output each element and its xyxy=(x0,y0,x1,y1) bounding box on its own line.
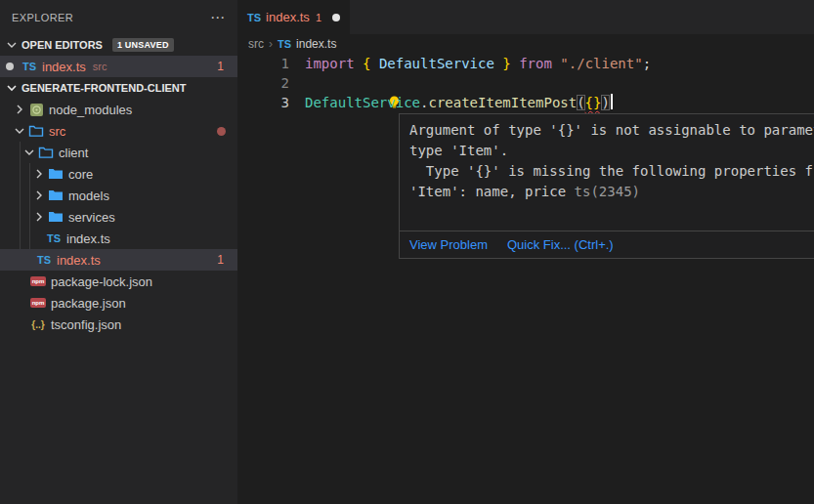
open-folder-icon xyxy=(27,123,45,139)
open-editors-section-header[interactable]: OPEN EDITORS 1 UNSAVED xyxy=(0,34,237,56)
tab-index-ts[interactable]: TS index.ts 1 xyxy=(237,0,350,34)
tree-item-label: tsconfig.json xyxy=(51,317,121,332)
code-line-3[interactable]: 3 DefaultService.createItemItemPost({}) xyxy=(237,93,814,112)
tree-item-label: index.ts xyxy=(66,231,110,246)
tree-item-services[interactable]: services xyxy=(0,206,237,228)
tree-item-label: client xyxy=(59,146,88,160)
error-message: Argument of type '{}' is not assignable … xyxy=(400,114,814,231)
tree-item-package-lock-json[interactable]: npm package-lock.json xyxy=(0,271,237,292)
quick-fix-link[interactable]: Quick Fix... (Ctrl+.) xyxy=(507,237,614,252)
tree-item-label: package.json xyxy=(51,296,126,311)
json-file-icon: {..} xyxy=(29,316,47,332)
tree-item-models[interactable]: models xyxy=(0,185,237,206)
vscode-window: EXPLORER ⋯ OPEN EDITORS 1 UNSAVED TS ind… xyxy=(0,0,814,504)
error-dot-badge xyxy=(217,127,226,136)
tree-item-tsconfig-json[interactable]: {..} tsconfig.json xyxy=(0,314,237,335)
chevron-right-icon xyxy=(31,209,47,225)
editor-pane: TS index.ts 1 src › TS index.ts 1 import… xyxy=(237,0,814,504)
method-name: createItemItemPost xyxy=(428,95,577,110)
tree-item-label: core xyxy=(68,167,93,182)
chevron-right-icon xyxy=(31,166,47,182)
typescript-file-icon: TS xyxy=(35,252,53,268)
tree-item-label: models xyxy=(68,189,109,203)
chevron-right-icon xyxy=(31,188,47,203)
tab-filename: index.ts xyxy=(266,10,310,24)
tree-item-package-json[interactable]: npm package.json xyxy=(0,292,237,314)
tree-item-label: node_modules xyxy=(49,103,132,117)
file-tree: node_modules src xyxy=(0,99,237,335)
editor-tab-bar: TS index.ts 1 xyxy=(237,0,814,34)
line-number: 2 xyxy=(237,73,289,93)
open-folder-icon xyxy=(37,145,55,160)
node-modules-folder-icon xyxy=(27,102,45,117)
open-editors-label: OPEN EDITORS xyxy=(21,39,103,51)
chevron-right-icon xyxy=(12,102,27,117)
tree-item-client[interactable]: client xyxy=(0,142,237,163)
tree-item-node-modules[interactable]: node_modules xyxy=(0,99,237,120)
npm-file-icon: npm xyxy=(29,295,47,311)
explorer-title: EXPLORER xyxy=(12,12,73,23)
more-actions-icon[interactable]: ⋯ xyxy=(210,9,226,26)
line-number: 1 xyxy=(237,54,289,73)
tree-item-label: index.ts xyxy=(57,253,101,268)
breadcrumb-folder[interactable]: src xyxy=(248,37,264,51)
module-string: "./client" xyxy=(560,56,642,71)
workspace-section-header[interactable]: GENERATE-FRONTEND-CLIENT xyxy=(0,77,237,99)
line-number: 3 xyxy=(237,93,289,112)
chevron-down-icon xyxy=(12,123,27,139)
folder-icon xyxy=(47,166,64,182)
folder-icon xyxy=(47,209,64,225)
open-editor-path-detail: src xyxy=(93,61,107,72)
text-cursor xyxy=(611,94,613,109)
chevron-down-icon xyxy=(21,145,37,160)
keyword-from: from xyxy=(519,56,560,71)
error-count-badge: 1 xyxy=(217,253,224,267)
unsaved-dot-icon[interactable] xyxy=(332,14,340,21)
breadcrumb: src › TS index.ts xyxy=(237,34,814,54)
open-editor-filename: index.ts xyxy=(42,60,86,74)
tree-item-src[interactable]: src xyxy=(0,120,237,142)
semicolon: ; xyxy=(643,56,651,71)
tree-item-label: src xyxy=(49,124,65,139)
unsaved-badge: 1 UNSAVED xyxy=(112,38,174,52)
close-paren: ) xyxy=(601,95,609,110)
keyword-import: import xyxy=(305,56,363,71)
tree-item-label: package-lock.json xyxy=(51,274,152,289)
typescript-file-icon: TS xyxy=(21,59,38,74)
open-brace: { xyxy=(363,56,379,71)
close-brace: } xyxy=(494,56,519,71)
folder-icon xyxy=(47,188,64,203)
tree-item-src-index-ts[interactable]: TS index.ts 1 xyxy=(0,249,237,271)
chevron-down-icon xyxy=(4,37,20,53)
code-line-2[interactable]: 2 xyxy=(237,73,814,93)
code-area[interactable]: 1 import { DefaultService } from "./clie… xyxy=(237,54,814,112)
chevron-down-icon xyxy=(4,80,20,96)
error-count-badge: 1 xyxy=(217,60,224,73)
tab-error-count: 1 xyxy=(316,12,321,23)
open-editor-item-index-ts[interactable]: TS index.ts src 1 xyxy=(0,56,237,77)
workspace-label: GENERATE-FRONTEND-CLIENT xyxy=(21,82,186,94)
typescript-file-icon: TS xyxy=(45,231,63,246)
tree-item-client-index-ts[interactable]: TS index.ts xyxy=(0,228,237,249)
modified-dot-icon xyxy=(6,63,14,70)
explorer-sidebar: EXPLORER ⋯ OPEN EDITORS 1 UNSAVED TS ind… xyxy=(0,0,237,504)
error-code: ts(2345) xyxy=(575,184,640,199)
tree-item-core[interactable]: core xyxy=(0,163,237,185)
breadcrumb-separator-icon: › xyxy=(269,37,273,51)
tree-item-label: services xyxy=(68,210,115,225)
tooltip-actions: View Problem Quick Fix... (Ctrl+.) xyxy=(400,231,814,258)
typescript-file-icon: TS xyxy=(247,12,261,23)
explorer-header: EXPLORER ⋯ xyxy=(0,0,237,34)
service-class: DefaultService xyxy=(305,95,420,110)
typescript-file-icon: TS xyxy=(278,38,291,50)
view-problem-link[interactable]: View Problem xyxy=(409,237,488,252)
code-line-1[interactable]: 1 import { DefaultService } from "./clie… xyxy=(237,54,814,73)
npm-file-icon: npm xyxy=(29,273,47,289)
open-paren: ( xyxy=(577,95,584,110)
error-hover-tooltip: Argument of type '{}' is not assignable … xyxy=(399,113,814,259)
import-binding: DefaultService xyxy=(379,56,494,71)
breadcrumb-file[interactable]: index.ts xyxy=(296,37,336,51)
error-argument: {} xyxy=(585,95,602,110)
